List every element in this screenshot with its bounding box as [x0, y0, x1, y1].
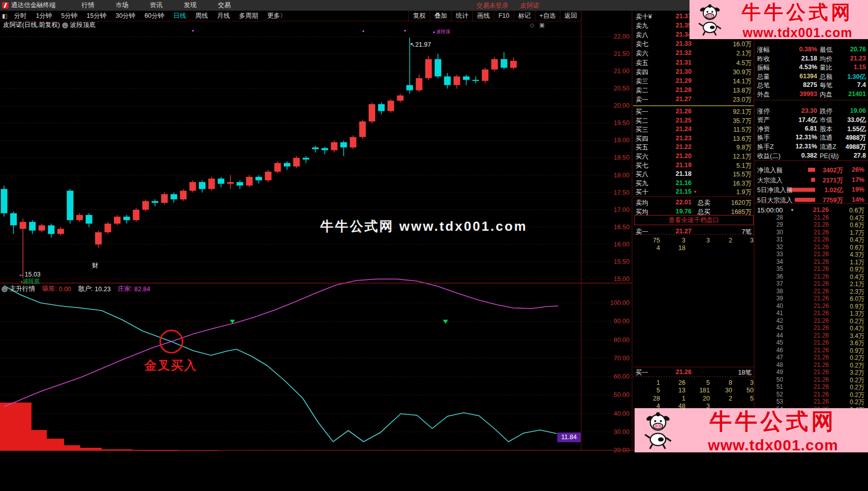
svg-text:17.50: 17.50 — [614, 189, 630, 196]
order-book-buy-row[interactable]: 买五21.229.8万 — [633, 143, 754, 151]
left-arrow-icon: ← — [18, 271, 25, 278]
time-sales-row[interactable]: 4621.260.9万 — [755, 347, 868, 354]
svg-text:21.50: 21.50 — [614, 50, 630, 57]
time-sales-row[interactable]: 5021.260.2万 — [755, 376, 868, 383]
bid-volume: 9.8万 — [633, 143, 752, 152]
flow-percent: 26% — [755, 166, 864, 173]
info-row: 换手Z12.31%流通Z4988万 — [755, 143, 868, 151]
time-sales-row[interactable]: 4521.263.6万 — [755, 339, 868, 346]
order-book-buy-row[interactable]: 买六21.2012.1万 — [633, 152, 754, 161]
flow-percent: 14% — [755, 196, 864, 203]
order-book-buy-row[interactable]: 买三21.2411.5万 — [633, 126, 754, 134]
ask-volume: 4.5万 — [633, 59, 752, 68]
time-sales-row[interactable]: 4121.261.3万 — [755, 310, 868, 317]
banner-url: www.tdx001.com — [678, 437, 868, 454]
ad-banner-top[interactable]: 牛牛公式网 www.tdx001.com — [690, 0, 868, 39]
banner-url: www.tdx001.com — [727, 25, 868, 40]
time-sales-row[interactable]: 4921.263.2万 — [755, 369, 868, 376]
order-book-sell-row[interactable]: 卖三21.2914.1万 — [633, 77, 754, 85]
bid1-detail-lot: 50 — [728, 387, 754, 394]
ask-volume: 23.0万 — [633, 96, 752, 104]
time-sales-row[interactable]: 5321.260.2万 — [755, 398, 868, 405]
time-sales-row[interactable]: 4721.260.2万 — [755, 354, 868, 361]
low-annotation: ←15.03 — [18, 271, 41, 278]
order-book-sell-row[interactable]: 卖四21.3030.9万 — [633, 68, 754, 76]
svg-text:18.50: 18.50 — [614, 154, 630, 161]
time-sales-row[interactable]: 3421.261.1万 — [755, 258, 868, 265]
info-value-2: 7.4 — [755, 81, 866, 88]
order-book-sell-row[interactable]: 卖二21.2813.8万 — [633, 86, 754, 95]
zhuangjia-label: 庄家: — [118, 285, 132, 293]
ask1-detail-lot: 3 — [660, 237, 685, 244]
time-sales-row[interactable]: 4321.260.4万 — [755, 324, 868, 331]
bid1-detail-lot: 5 — [728, 395, 754, 402]
info-row: 收益(二)0.382PE(动)27.8 — [755, 152, 868, 160]
avg-price-row: 卖均22.01总卖1620万 — [633, 199, 754, 207]
time-sales-row[interactable]: 2821.260.4万 — [755, 214, 868, 221]
svg-text:15.50: 15.50 — [614, 258, 630, 265]
trade-count: 7笔 — [633, 228, 752, 236]
time-sales-row[interactable]: 3821.262.3万 — [755, 288, 868, 295]
info-row: 总笔8275每笔7.4 — [755, 81, 868, 89]
full-depth-link[interactable]: 查看全速千档盘口 — [634, 215, 754, 225]
time-sales-row[interactable]: 4021.260.9万 — [755, 302, 868, 310]
sanhu-value: 10.23 — [95, 286, 110, 293]
info-row: 振幅4.53%量比1.15 — [755, 64, 868, 72]
order-book-sell-row[interactable]: 卖七21.3316.0万 — [633, 40, 754, 48]
order-book-buy-row[interactable]: 买二21.2535.7万 — [633, 117, 754, 125]
flow-percent: 19% — [755, 186, 864, 193]
bid1-detail-lot: 181 — [684, 387, 710, 394]
time-sales-row[interactable]: 5121.260.2万 — [755, 383, 868, 390]
ad-banner-bottom[interactable]: 牛牛公式网 www.tdx001.com — [635, 408, 868, 452]
time-sales-row[interactable]: 4821.260.2万 — [755, 361, 868, 369]
time-sales-row[interactable]: 5221.260.2万 — [755, 391, 868, 398]
time-sales-row[interactable]: 3321.264.3万 — [755, 251, 868, 258]
order-book-sell-row[interactable]: 卖五21.314.5万 — [633, 59, 754, 67]
time-sales-row[interactable]: 4221.260.2万 — [755, 317, 868, 324]
bid-volume: 16.3万 — [633, 179, 752, 188]
svg-text:17.00: 17.00 — [614, 206, 630, 213]
flow-percent: 17% — [755, 176, 864, 183]
info-value-2: 4988万 — [755, 134, 866, 142]
time-sales-row[interactable]: 3721.262.1万 — [755, 280, 868, 287]
order-book-sell-row[interactable]: 卖一21.2723.0万 — [633, 96, 754, 104]
bid-volume: 11.5万 — [633, 126, 752, 134]
bid-volume: 12.1万 — [633, 152, 752, 161]
bid1-detail-lot: 5 — [684, 379, 710, 386]
svg-text:21.00: 21.00 — [614, 68, 630, 75]
svg-text:30.00: 30.00 — [614, 428, 630, 436]
info-value-2: 33.0亿 — [755, 116, 866, 125]
order-book-buy-row[interactable]: 买四21.2313.6万 — [633, 135, 754, 143]
cow-mascot-icon — [693, 3, 727, 37]
time-sales-row[interactable]: 3121.260.4万 — [755, 236, 868, 243]
order-book-buy-row[interactable]: 买一21.2692.1万 — [633, 108, 754, 116]
svg-text:70.00: 70.00 — [614, 355, 630, 362]
svg-text:19.50: 19.50 — [614, 119, 630, 127]
time-sales-row[interactable]: 4421.263.4万 — [755, 332, 868, 339]
bid1-detail-lot: 5 — [635, 387, 660, 394]
order-book-buy-row[interactable]: 买十21.15▼1.9万 — [633, 188, 754, 196]
info-value-2: 27.8 — [755, 152, 866, 159]
ask1-detail-lot: 4 — [635, 244, 660, 252]
time-sales-row[interactable]: 3621.260.4万 — [755, 273, 868, 280]
time-sales-row[interactable]: 2921.260.6万 — [755, 221, 868, 228]
time-sales-row[interactable]: 3021.261.7万 — [755, 229, 868, 236]
info-row: 涨幅0.38%最低20.76 — [755, 46, 868, 54]
info-row: 换手12.31%流通4988万 — [755, 134, 868, 142]
time-sales-row[interactable]: 3521.260.9万 — [755, 265, 868, 272]
ask-volume: 16.0万 — [633, 40, 752, 49]
bid1-detail-lot: 28 — [635, 395, 660, 402]
bid-volume: 5.1万 — [633, 162, 752, 170]
svg-text:20.00: 20.00 — [614, 102, 630, 109]
indicator-name[interactable]: 主升行情 — [10, 285, 35, 293]
indicator-value-badge: 11.84 — [557, 433, 581, 442]
time-sales-row[interactable]: 3921.266.0万 — [755, 295, 868, 302]
money-flow-row: 5日大宗流入7759万14% — [755, 196, 868, 204]
order-book-sell-row[interactable]: 卖六21.322.1万 — [633, 49, 754, 57]
trade-count: 18笔 — [633, 369, 752, 377]
order-book-buy-row[interactable]: 买八21.1815.5万 — [633, 170, 754, 178]
order-book-buy-row[interactable]: 买九21.1616.3万 — [633, 179, 754, 188]
time-sales-row[interactable]: 3221.260.6万 — [755, 243, 868, 251]
order-book-buy-row[interactable]: 买七21.195.1万 — [633, 162, 754, 170]
collapse-icon[interactable]: ⌄ — [2, 286, 8, 292]
